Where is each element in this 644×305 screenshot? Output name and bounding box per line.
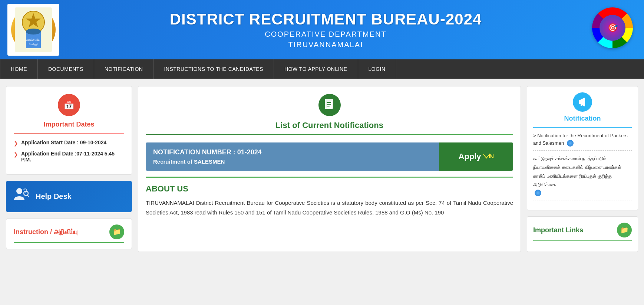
about-title: ABOUT US [146, 184, 513, 194]
nav-login[interactable]: LOGIN [358, 59, 396, 79]
dates-title: Important Dates [14, 121, 124, 128]
content-center: List of Current Notifications NOTIFICATI… [138, 86, 521, 252]
apply-new-badge [483, 154, 494, 160]
important-links-panel: Important Links 📁 [527, 216, 638, 252]
svg-point-4 [26, 29, 41, 35]
svg-rect-16 [327, 102, 331, 103]
nav-home[interactable]: HOME [0, 59, 38, 79]
imp-links-divider [533, 240, 632, 241]
sidebar-left: 📅 Important Dates ❯ Application Start Da… [6, 86, 132, 252]
emblem-center: 🎯 [600, 15, 625, 41]
helpdesk-icon [13, 187, 30, 206]
arrow-icon-2: ❯ [14, 151, 18, 157]
nav-notification[interactable]: NOTIFICATION [94, 59, 154, 79]
globe-icon-2 [535, 190, 541, 196]
notifications-icon [318, 94, 341, 116]
instruction-label: Instruction / அறிவிப்பு [14, 228, 77, 236]
notification-panel: Notification > Notification for the Recu… [527, 86, 638, 210]
notification-info: NOTIFICATION NUMBER : 01-2024 Recruitmen… [146, 142, 439, 171]
svg-rect-18 [327, 106, 330, 106]
instruction-header: Instruction / அறிவிப்பு 📁 [14, 224, 124, 239]
nav-instructions[interactable]: INSTRUCTIONS TO THE CANDIDATES [153, 59, 274, 79]
header-title-block: DISTRICT RECRUITMENT BUREAU-2024 COOPERA… [59, 10, 592, 49]
instruction-divider [14, 242, 124, 243]
notif-panel-title: Notification [533, 115, 632, 122]
right-notif-text-1: > Notification for the Recuritment of Pa… [533, 133, 628, 146]
about-us-section: ABOUT US TIRUVANNAMALAI District Recruit… [146, 184, 513, 217]
helpdesk-label: Help Desk [36, 192, 72, 201]
sidebar-right: Notification > Notification for the Recu… [527, 86, 638, 252]
new-badge-svg [483, 154, 494, 159]
helpdesk-box[interactable]: Help Desk [6, 181, 132, 212]
site-header: வாய்மையே வெல்லும் DISTRICT RECRUITMENT B… [0, 0, 644, 59]
svg-rect-17 [327, 104, 331, 105]
megaphone-svg [577, 96, 588, 108]
instruction-box: Instruction / அறிவிப்பு 📁 [6, 218, 132, 249]
notifications-header: List of Current Notifications [146, 94, 513, 135]
main-container: 📅 Important Dates ❯ Application Start Da… [0, 79, 644, 259]
right-notif-item-1: > Notification for the Recuritment of Pa… [533, 132, 632, 151]
end-date-text: Application End Date :07-11-2024 5.45 P.… [21, 151, 124, 163]
svg-text:வாய்மையே: வாய்மையே [26, 38, 40, 42]
apply-label: Apply [458, 152, 481, 161]
notif-divider [146, 134, 513, 135]
globe-icon-1 [567, 140, 574, 147]
svg-point-7 [16, 188, 22, 194]
apply-button[interactable]: Apply [439, 142, 513, 171]
important-links-header: Important Links 📁 [533, 223, 632, 237]
date-item-start: ❯ Application Start Date : 09-10-2024 [14, 140, 124, 146]
site-logo: வாய்மையே வெல்லும் [7, 4, 59, 56]
tamil-text: கூட்டுறவுச் சங்கங்களால் நடத்தப்படும் நிய… [533, 154, 632, 189]
rainbow-emblem: 🎯 [592, 7, 633, 48]
start-date-text: Application Start Date : 09-10-2024 [21, 140, 106, 145]
header-emblem-circle: 🎯 [592, 7, 637, 52]
notifications-title: List of Current Notifications [146, 121, 513, 130]
header-subtitle2: TIRUVANNAMALAI [59, 40, 592, 49]
arrow-icon-1: ❯ [14, 140, 18, 146]
notification-number: NOTIFICATION NUMBER : 01-2024 [153, 148, 432, 156]
date-item-end: ❯ Application End Date :07-11-2024 5.45 … [14, 151, 124, 163]
svg-text:வெல்லும்: வெல்லும் [29, 43, 39, 46]
logo-emblem: வாய்மையே வெல்லும் [11, 7, 56, 52]
megaphone-icon [573, 92, 592, 112]
right-notif-item-2: கூட்டுறவுச் சங்கங்களால் நடத்தப்படும் நிய… [533, 154, 632, 200]
notif-panel-header: Notification [533, 92, 632, 122]
documents-svg [323, 98, 336, 112]
svg-rect-19 [581, 104, 582, 106]
important-links-icon: 📁 [617, 223, 632, 237]
green-separator [146, 177, 513, 178]
instruction-icon: 📁 [109, 224, 124, 239]
main-nav: HOME DOCUMENTS NOTIFICATION INSTRUCTIONS… [0, 59, 644, 79]
important-dates-box: 📅 Important Dates ❯ Application Start Da… [6, 86, 132, 175]
calendar-icon: 📅 [58, 94, 80, 116]
site-title: DISTRICT RECRUITMENT BUREAU-2024 [59, 10, 592, 28]
notification-description: Recruitment of SALESMEN [153, 158, 432, 165]
helpdesk-svg [13, 187, 30, 203]
dates-divider [14, 133, 124, 134]
nav-documents[interactable]: DOCUMENTS [38, 59, 94, 79]
tamilnadu-seal: வாய்மையே வெல்லும் [15, 7, 52, 52]
notification-row: NOTIFICATION NUMBER : 01-2024 Recruitmen… [146, 142, 513, 171]
svg-line-9 [27, 195, 29, 197]
notif-panel-divider [533, 127, 632, 128]
nav-how-to-apply[interactable]: HOW TO APPLY ONLINE [274, 59, 358, 79]
important-links-title: Important Links [533, 226, 583, 234]
about-text: TIRUVANNAMALAI District Recruitment Bure… [146, 198, 513, 217]
header-subtitle1: COOPERATIVE DEPARTMENT [59, 30, 592, 39]
